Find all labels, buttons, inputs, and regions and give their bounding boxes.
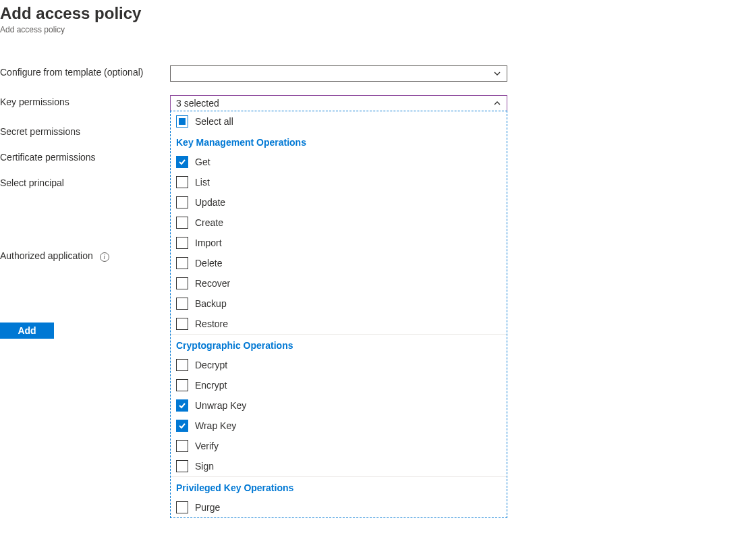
permission-item[interactable]: Verify (171, 436, 507, 456)
permission-item[interactable]: Create (171, 213, 507, 233)
configure-template-label: Configure from template (optional) (0, 67, 143, 78)
checkbox-icon (176, 440, 188, 452)
permission-item[interactable]: Decrypt (171, 355, 507, 375)
checkbox-checked-icon (176, 399, 188, 412)
permission-item[interactable]: Recover (171, 273, 507, 293)
group-header: Key Management Operations (171, 132, 507, 152)
checkbox-icon (176, 501, 188, 513)
checkbox-icon (176, 277, 188, 289)
checkbox-indeterminate-icon (176, 115, 188, 128)
permission-label: Update (195, 197, 225, 208)
checkbox-icon (176, 176, 188, 188)
checkbox-icon (176, 257, 188, 269)
permission-item[interactable]: Unwrap Key (171, 395, 507, 416)
permission-label: Unwrap Key (195, 400, 246, 411)
permission-label: Wrap Key (195, 420, 236, 431)
checkbox-icon (176, 217, 188, 229)
checkbox-icon (176, 237, 188, 249)
checkbox-icon (176, 318, 188, 330)
permission-label: Verify (195, 441, 219, 451)
add-button[interactable]: Add (0, 323, 54, 339)
secret-permissions-label: Secret permissions (0, 126, 80, 137)
permission-item[interactable]: Wrap Key (171, 416, 507, 436)
breadcrumb: Add access policy (0, 25, 734, 34)
select-all-label: Select all (195, 116, 233, 127)
group-header: Privileged Key Operations (171, 477, 507, 497)
checkbox-checked-icon (176, 420, 188, 432)
permission-label: Get (195, 157, 210, 167)
permission-item[interactable]: Backup (171, 293, 507, 314)
page-title: Add access policy (0, 4, 734, 24)
key-permissions-label: Key permissions (0, 96, 69, 107)
permission-item[interactable]: Delete (171, 253, 507, 273)
key-permissions-dropdown: Select all Key Management OperationsGetL… (170, 111, 507, 518)
select-principal-label: Select principal (0, 177, 64, 188)
permission-item[interactable]: Update (171, 192, 507, 213)
permission-item[interactable]: List (171, 172, 507, 192)
configure-template-select[interactable] (170, 65, 507, 82)
permission-label: List (195, 177, 210, 188)
group-header: Cryptographic Operations (171, 335, 507, 355)
checkbox-checked-icon (176, 156, 188, 168)
checkbox-icon (176, 379, 188, 391)
permission-label: Import (195, 237, 222, 248)
permission-label: Delete (195, 258, 222, 269)
permission-item[interactable]: Purge (171, 497, 507, 517)
key-permissions-summary: 3 selected (176, 98, 219, 109)
permission-label: Create (195, 217, 223, 228)
info-icon[interactable]: i (100, 252, 109, 262)
key-permissions-select[interactable]: 3 selected (170, 95, 507, 111)
chevron-down-icon (493, 69, 501, 78)
permission-item[interactable]: Restore (171, 314, 507, 334)
select-all-item[interactable]: Select all (171, 111, 507, 132)
certificate-permissions-label: Certificate permissions (0, 152, 96, 163)
permission-label: Encrypt (195, 380, 227, 391)
permission-item[interactable]: Sign (171, 456, 507, 476)
checkbox-icon (176, 359, 188, 371)
permission-item[interactable]: Import (171, 233, 507, 253)
permission-item[interactable]: Encrypt (171, 375, 507, 395)
permission-label: Restore (195, 318, 228, 329)
checkbox-icon (176, 460, 188, 472)
checkbox-icon (176, 298, 188, 310)
checkbox-icon (176, 196, 188, 208)
chevron-up-icon (493, 99, 501, 107)
permission-label: Purge (195, 502, 220, 513)
permission-item[interactable]: Get (171, 152, 507, 172)
authorized-application-label: Authorized application (0, 250, 93, 261)
permission-label: Backup (195, 298, 227, 309)
permission-label: Recover (195, 278, 230, 289)
permission-label: Sign (195, 461, 214, 472)
permission-label: Decrypt (195, 360, 227, 370)
